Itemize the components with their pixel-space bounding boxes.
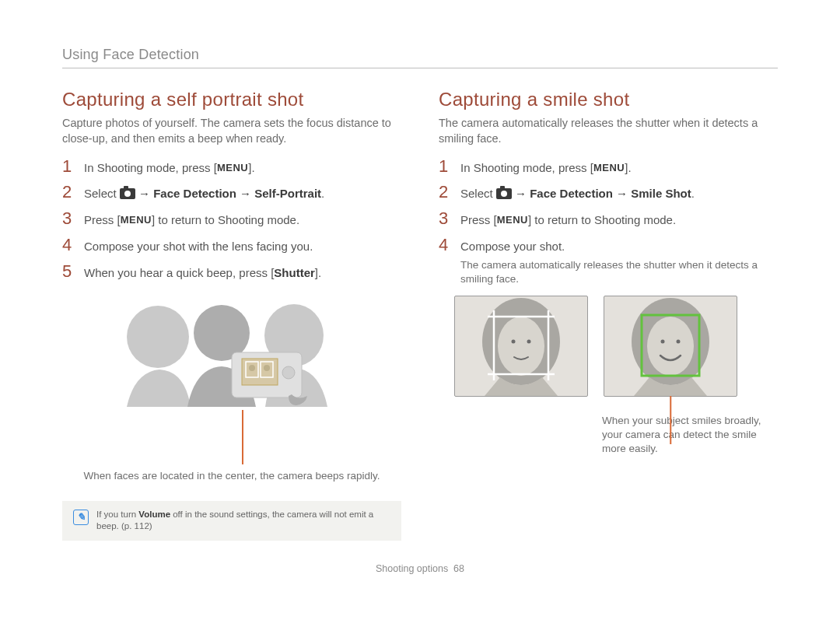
col-smile-shot: Capturing a smile shot The camera automa…: [439, 89, 778, 541]
step-number: 4: [62, 236, 73, 254]
illustration-self-portrait: [111, 290, 352, 407]
illustration-caption: When faces are located in the center, th…: [62, 469, 401, 483]
smile-caption: When your subject smiles broadly, your c…: [602, 414, 778, 457]
step-3-prefix: Press [: [84, 213, 121, 226]
svg-rect-4: [242, 359, 278, 385]
step-3-prefix: Press [: [460, 213, 497, 226]
step-2-text: Select → Face Detection → Self-Portrait.: [84, 185, 401, 202]
step-2-prefix: Select: [460, 187, 496, 200]
step-5-prefix: When you hear a quick beep, press [: [84, 266, 274, 279]
heading-self-portrait: Capturing a self portrait shot: [62, 89, 401, 110]
step-1-suffix: ].: [248, 161, 254, 174]
svg-point-13: [527, 340, 531, 344]
illustration-smile-detect-2: [604, 296, 737, 397]
menu-icon: MENU: [593, 161, 625, 176]
step-2-bold: → Face Detection → Self-Portrait: [135, 187, 321, 200]
intro-smile-shot: The camera automatically releases the sh…: [439, 115, 778, 147]
illustration-smile-detect-1: [454, 296, 588, 397]
step-3-suffix: ] to return to Shooting mode.: [152, 213, 299, 226]
step-number: 5: [62, 263, 73, 280]
menu-icon: MENU: [497, 213, 528, 228]
step-2-suffix: .: [321, 187, 324, 200]
step-3-suffix: ] to return to Shooting mode.: [528, 213, 676, 226]
step-2-prefix: Select: [84, 187, 120, 200]
step-1-text: In Shooting mode, press [MENU].: [460, 159, 778, 177]
camera-icon: [496, 188, 512, 199]
note-prefix: If you turn: [96, 510, 138, 519]
step-number: 1: [62, 158, 73, 175]
step-1-suffix: ].: [625, 161, 631, 174]
pointer-line: [670, 396, 671, 444]
step-1-prefix: In Shooting mode, press [: [84, 161, 217, 174]
step-2-suffix: .: [691, 187, 695, 200]
step-4-text: Compose your shot with the lens facing y…: [84, 238, 401, 255]
svg-point-9: [282, 366, 295, 379]
step-3-text: Press [MENU] to return to Shooting mode.: [84, 212, 401, 229]
info-icon: ✎: [73, 510, 89, 525]
svg-point-7: [249, 365, 255, 371]
svg-point-18: [677, 340, 681, 344]
step-1-text: In Shooting mode, press [MENU].: [84, 159, 401, 177]
step-number: 2: [62, 184, 73, 201]
pointer-line: [242, 410, 243, 464]
step-2-text: Select → Face Detection → Smile Shot.: [460, 185, 778, 202]
footer-page-number: 68: [453, 563, 464, 574]
note-box: ✎ If you turn Volume off in the sound se…: [62, 501, 401, 541]
menu-icon: MENU: [121, 213, 152, 228]
step-5-bold: Shutter: [274, 266, 315, 279]
step-number: 4: [439, 236, 450, 254]
step-number: 3: [439, 210, 450, 227]
step-number: 3: [62, 210, 73, 227]
footer-section: Shooting options: [376, 563, 448, 574]
svg-point-0: [127, 306, 189, 368]
breadcrumb-section: Using Face Detection: [62, 47, 778, 68]
step-number: 2: [439, 184, 450, 201]
menu-icon: MENU: [217, 161, 248, 176]
step-4-text: Compose your shot. The camera automatica…: [460, 238, 778, 286]
svg-point-11: [498, 317, 544, 376]
intro-self-portrait: Capture photos of yourself. The camera s…: [62, 115, 401, 147]
svg-point-17: [661, 340, 665, 344]
note-bold: Volume: [138, 510, 170, 519]
page-footer: Shooting options 68: [31, 563, 809, 574]
step-number: 1: [439, 158, 450, 175]
svg-point-8: [264, 365, 270, 371]
step-1-prefix: In Shooting mode, press [: [460, 161, 593, 174]
step-3-text: Press [MENU] to return to Shooting mode.: [460, 212, 778, 229]
heading-smile-shot: Capturing a smile shot: [439, 89, 778, 110]
svg-point-12: [512, 340, 516, 344]
step-4-sub: The camera automatically releases the sh…: [460, 258, 778, 286]
camera-icon: [120, 188, 135, 199]
note-text: If you turn Volume off in the sound sett…: [96, 509, 390, 533]
step-2-bold: → Face Detection → Smile Shot: [512, 187, 691, 200]
step-4-main: Compose your shot.: [460, 240, 565, 253]
svg-point-16: [647, 317, 694, 376]
col-self-portrait: Capturing a self portrait shot Capture p…: [62, 89, 401, 541]
step-5-suffix: ].: [315, 266, 321, 279]
step-5-text: When you hear a quick beep, press [Shutt…: [84, 264, 401, 282]
